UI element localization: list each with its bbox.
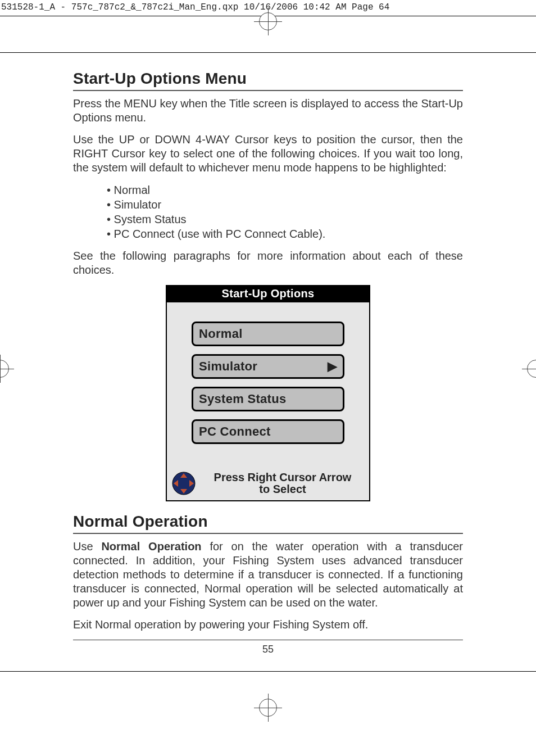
bullet-simulator: Simulator xyxy=(107,197,463,212)
menu-item-normal: Normal xyxy=(192,322,344,346)
footer-line1: Press Right Cursor Arrow xyxy=(214,471,352,483)
para-intro-3: See the following paragraphs for more in… xyxy=(73,249,463,277)
bullet-list: Normal Simulator System Status PC Connec… xyxy=(107,183,463,241)
menu-item-system-status: System Status xyxy=(192,387,344,411)
text-fragment: Use xyxy=(73,540,101,553)
menu-item-label: System Status xyxy=(199,392,287,406)
menu-item-label: Normal xyxy=(199,327,243,341)
footer-line2: to Select xyxy=(259,483,306,495)
crop-mark-top xyxy=(259,12,277,30)
heading-startup-options: Start-Up Options Menu xyxy=(73,70,463,91)
page-number: 55 xyxy=(73,644,463,655)
bullet-normal: Normal xyxy=(107,183,463,197)
chevron-right-icon: ▶ xyxy=(328,359,337,374)
menu-item-label: PC Connect xyxy=(199,424,271,439)
startup-titlebar: Start-Up Options xyxy=(167,286,369,302)
crop-mark-right xyxy=(527,360,536,378)
para-intro-1: Press the MENU key when the Title screen… xyxy=(73,97,463,125)
menu-item-label: Simulator xyxy=(199,359,257,374)
para-normal-1: Use Normal Operation for on the water op… xyxy=(73,540,463,610)
crop-mark-bottom xyxy=(259,699,277,717)
dpad-icon xyxy=(171,471,196,496)
para-intro-2: Use the UP or DOWN 4-WAY Cursor keys to … xyxy=(73,133,463,175)
para-normal-2: Exit Normal operation by powering your F… xyxy=(73,618,463,632)
crop-mark-left xyxy=(0,360,9,378)
heading-normal-operation: Normal Operation xyxy=(73,513,463,534)
menu-item-simulator: Simulator ▶ xyxy=(192,354,344,379)
bold-normal-operation: Normal Operation xyxy=(101,540,201,553)
top-rule xyxy=(0,52,536,53)
footer-rule xyxy=(73,640,463,640)
startup-options-screenshot: Start-Up Options Normal Simulator ▶ Syst… xyxy=(166,285,370,501)
startup-footer-text: Press Right Cursor Arrow to Select xyxy=(201,472,365,495)
menu-item-pc-connect: PC Connect xyxy=(192,419,344,444)
bullet-pc-connect: PC Connect (use with PC Connect Cable). xyxy=(107,227,463,241)
bottom-rule xyxy=(0,671,536,672)
bullet-system-status: System Status xyxy=(107,212,463,227)
